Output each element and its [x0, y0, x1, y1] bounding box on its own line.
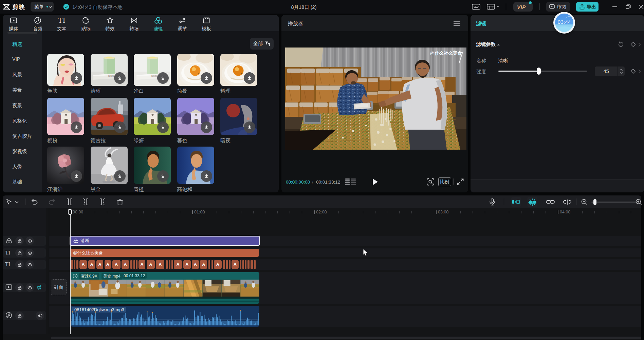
svg-text:@什么社么美食: @什么社么美食 [430, 50, 462, 56]
